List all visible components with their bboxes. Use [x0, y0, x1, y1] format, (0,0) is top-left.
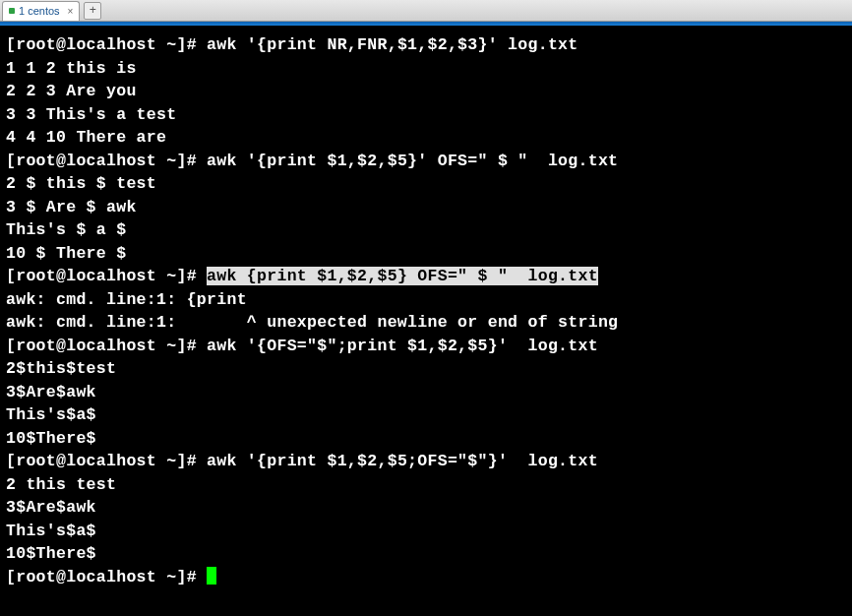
plus-icon: +: [90, 4, 96, 18]
close-icon[interactable]: ×: [68, 6, 74, 17]
terminal-line: [root@localhost ~]# awk '{OFS="$";print …: [6, 335, 846, 358]
tab-bar: 1 centos × +: [0, 0, 852, 22]
terminal-line: awk: cmd. line:1: ^ unexpected newline o…: [6, 311, 846, 335]
terminal-line: 10 $ There $: [6, 242, 846, 266]
terminal-output[interactable]: [root@localhost ~]# awk '{print NR,FNR,$…: [0, 26, 852, 588]
tab-centos[interactable]: 1 centos ×: [2, 1, 80, 21]
terminal-line: awk: cmd. line:1: {print: [6, 288, 846, 312]
terminal-line: 3$Are$awk: [6, 381, 846, 404]
terminal-line: 2 $ this $ test: [6, 172, 846, 196]
terminal-line: [root@localhost ~]# awk {print $1,$2,$5}…: [6, 265, 846, 288]
shell-prompt: [root@localhost ~]#: [6, 35, 207, 54]
terminal-line: 2 this test: [6, 473, 846, 497]
shell-prompt: [root@localhost ~]#: [6, 152, 207, 170]
shell-prompt: [root@localhost ~]#: [6, 568, 207, 586]
cursor-block-icon: [207, 567, 216, 585]
shell-prompt: [root@localhost ~]#: [6, 337, 207, 355]
terminal-line: [root@localhost ~]# awk '{print $1,$2,$5…: [6, 150, 846, 173]
terminal-line: 2 2 3 Are you: [6, 80, 846, 103]
terminal-line: [root@localhost ~]#: [6, 566, 846, 589]
tab-label: 1 centos: [19, 5, 60, 17]
terminal-line: 2$this$test: [6, 357, 846, 381]
terminal-line: This's$a$: [6, 520, 846, 543]
add-tab-button[interactable]: +: [84, 2, 101, 20]
shell-prompt: [root@localhost ~]#: [6, 452, 207, 470]
terminal-line: 4 4 10 There are: [6, 126, 846, 150]
terminal-line: [root@localhost ~]# awk '{print NR,FNR,$…: [6, 33, 846, 57]
terminal-line: 3 3 This's a test: [6, 103, 846, 127]
highlighted-command: awk {print $1,$2,$5} OFS=" $ " log.txt: [207, 267, 598, 285]
terminal-line: 3 $ Are $ awk: [6, 196, 846, 219]
terminal-line: 10$There$: [6, 542, 846, 566]
status-dot-icon: [9, 8, 15, 14]
terminal-line: 1 1 2 this is: [6, 57, 846, 81]
shell-prompt: [root@localhost ~]#: [6, 267, 207, 285]
terminal-line: This's $ a $: [6, 218, 846, 242]
terminal-line: 10$There$: [6, 427, 846, 451]
terminal-line: 3$Are$awk: [6, 496, 846, 520]
terminal-line: This's$a$: [6, 403, 846, 427]
terminal-line: [root@localhost ~]# awk '{print $1,$2,$5…: [6, 450, 846, 473]
